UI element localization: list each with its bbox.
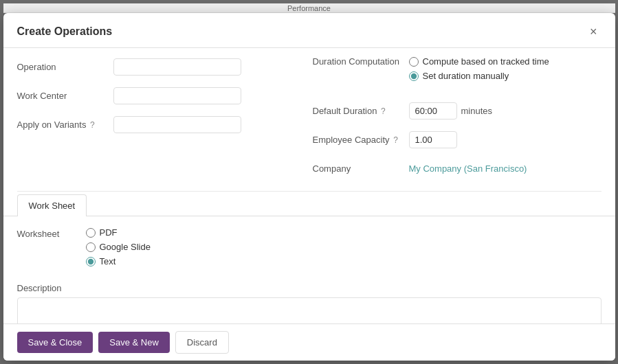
form-section: Operation Work Center Apply on Variants …: [3, 48, 615, 191]
save-close-button[interactable]: Save & Close: [17, 332, 93, 353]
worksheet-options: PDF Google Slide Text: [86, 227, 151, 266]
duration-row: minutes: [409, 102, 493, 120]
discard-button[interactable]: Discard: [175, 331, 229, 354]
apply-on-variants-input[interactable]: [113, 116, 241, 133]
worksheet-pdf-option: PDF: [86, 227, 151, 238]
work-center-label: Work Center: [17, 91, 113, 101]
apply-on-variants-help[interactable]: ?: [90, 120, 95, 130]
modal-footer: Save & Close Save & New Discard: [3, 323, 615, 361]
form-right: Duration Computation Compute based on tr…: [313, 56, 602, 187]
radio-manual-input[interactable]: [409, 71, 419, 81]
operation-input[interactable]: [113, 58, 241, 76]
worksheet-google-slide-label[interactable]: Google Slide: [100, 242, 151, 252]
worksheet-label: Worksheet: [17, 227, 86, 239]
worksheet-section: Worksheet PDF Google Slide Text: [3, 216, 615, 277]
duration-computation-label: Duration Computation: [313, 56, 409, 67]
worksheet-pdf-radio[interactable]: [86, 228, 96, 238]
default-duration-row: Default Duration ? minutes: [313, 100, 602, 121]
worksheet-row: Worksheet PDF Google Slide Text: [17, 227, 602, 266]
work-center-input[interactable]: [113, 87, 241, 104]
close-button[interactable]: ×: [586, 24, 602, 39]
radio-tracked-option: Compute based on tracked time: [409, 56, 549, 67]
radio-tracked-label[interactable]: Compute based on tracked time: [423, 56, 549, 67]
modal-header: Create Operations ×: [3, 13, 615, 48]
section-divider: [17, 191, 602, 192]
company-link[interactable]: My Company (San Francisco): [409, 163, 527, 174]
operation-label: Operation: [17, 62, 113, 72]
worksheet-pdf-label[interactable]: PDF: [100, 227, 118, 238]
operation-row: Operation: [17, 56, 313, 77]
description-section: Description: [3, 277, 615, 323]
radio-tracked-input[interactable]: [409, 57, 419, 67]
default-duration-label: Default Duration ?: [313, 106, 409, 116]
worksheet-google-slide-radio[interactable]: [86, 242, 96, 252]
tabs-section: Work Sheet: [3, 194, 615, 216]
worksheet-google-slide-option: Google Slide: [86, 242, 151, 252]
work-center-row: Work Center: [17, 85, 313, 106]
description-label: Description: [17, 283, 602, 293]
radio-manual-option: Set duration manually: [409, 71, 549, 81]
form-left: Operation Work Center Apply on Variants …: [17, 56, 313, 187]
employee-capacity-label: Employee Capacity ?: [313, 135, 409, 145]
tab-worksheet[interactable]: Work Sheet: [17, 194, 87, 216]
worksheet-text-radio[interactable]: [86, 257, 96, 266]
employee-capacity-help[interactable]: ?: [393, 135, 398, 145]
description-textarea[interactable]: [17, 297, 602, 323]
employee-capacity-row: Employee Capacity ?: [313, 129, 602, 150]
create-operations-modal: Create Operations × Operation Work Cente…: [3, 13, 615, 361]
tab-list: Work Sheet: [17, 194, 602, 216]
radio-manual-label[interactable]: Set duration manually: [423, 71, 509, 81]
modal-body: Operation Work Center Apply on Variants …: [3, 48, 615, 323]
apply-on-variants-label: Apply on Variants ?: [17, 120, 113, 130]
modal-title: Create Operations: [17, 25, 113, 38]
minutes-label: minutes: [461, 106, 493, 116]
duration-computation-row: Duration Computation Compute based on tr…: [313, 56, 602, 92]
modal-overlay: Performance Create Operations × Operatio…: [3, 3, 615, 361]
worksheet-text-option: Text: [86, 256, 151, 266]
default-duration-help[interactable]: ?: [381, 106, 386, 116]
worksheet-text-label[interactable]: Text: [100, 256, 116, 266]
duration-input[interactable]: [409, 102, 457, 120]
background-hint: Performance: [3, 3, 615, 13]
save-new-button[interactable]: Save & New: [98, 332, 170, 353]
apply-on-variants-row: Apply on Variants ?: [17, 114, 313, 135]
employee-capacity-input[interactable]: [409, 131, 457, 148]
company-label: Company: [313, 163, 409, 174]
company-row: Company My Company (San Francisco): [313, 158, 602, 179]
duration-computation-options: Compute based on tracked time Set durati…: [409, 56, 549, 85]
